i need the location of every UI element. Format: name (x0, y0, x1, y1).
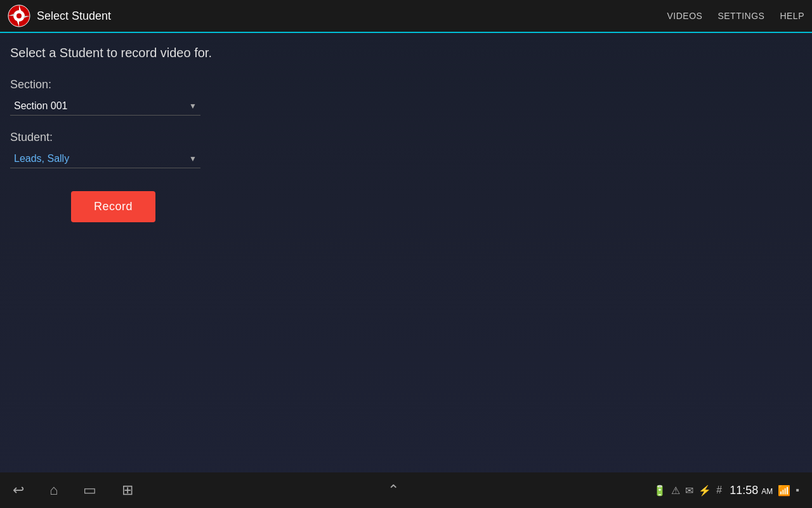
bottom-bar: ↩ ⌂ ▭ ⊞ ⌃ 🔋 ⚠ ✉ ⚡ # 11:58 AM 📶 ▪ (0, 472, 812, 508)
svg-point-2 (16, 13, 22, 18)
record-button[interactable]: Record (71, 191, 155, 222)
student-dropdown[interactable]: Leads, Sally Smith, John Doe, Jane (10, 149, 200, 168)
chevron-up-icon[interactable]: ⌃ (388, 482, 399, 498)
student-dropdown-wrapper: Leads, Sally Smith, John Doe, Jane ▼ (10, 149, 200, 168)
nav-videos[interactable]: VIDEOS (667, 11, 703, 21)
hash-icon: # (716, 485, 722, 496)
warning-icon: ⚠ (671, 485, 680, 497)
nav-help[interactable]: HELP (780, 11, 804, 21)
message-icon: ✉ (685, 485, 693, 497)
status-area: 🔋 ⚠ ✉ ⚡ # 11:58 AM 📶 ▪ (653, 484, 799, 497)
signal-icon: ▪ (796, 485, 799, 496)
wifi-icon: 📶 (778, 485, 790, 497)
top-bar: Select Student VIDEOS SETTINGS HELP (0, 0, 812, 33)
bottom-center: ⌃ (388, 482, 399, 498)
section-dropdown[interactable]: Section 001 Section 002 Section 003 (10, 97, 200, 116)
recents-button[interactable]: ▭ (83, 482, 96, 498)
home-button[interactable]: ⌂ (49, 482, 58, 498)
app-title: Select Student (37, 10, 111, 23)
section-field-group: Section: Section 001 Section 002 Section… (10, 78, 802, 116)
bottom-left-nav: ↩ ⌂ ▭ ⊞ (13, 482, 133, 498)
nav-settings[interactable]: SETTINGS (717, 11, 764, 21)
grid-button[interactable]: ⊞ (122, 482, 133, 498)
page-instruction: Select a Student to record video for. (10, 46, 802, 60)
main-content: Select a Student to record video for. Se… (0, 33, 812, 235)
topbar-nav: VIDEOS SETTINGS HELP (667, 11, 805, 21)
student-label: Student: (10, 131, 802, 144)
charge-icon: ⚡ (698, 485, 711, 497)
back-button[interactable]: ↩ (13, 482, 24, 498)
app-logo (8, 4, 30, 27)
clock-display: 11:58 AM (730, 484, 773, 497)
battery-icon: 🔋 (653, 485, 666, 497)
section-label: Section: (10, 78, 802, 91)
section-dropdown-wrapper: Section 001 Section 002 Section 003 ▼ (10, 97, 200, 116)
student-field-group: Student: Leads, Sally Smith, John Doe, J… (10, 131, 802, 168)
